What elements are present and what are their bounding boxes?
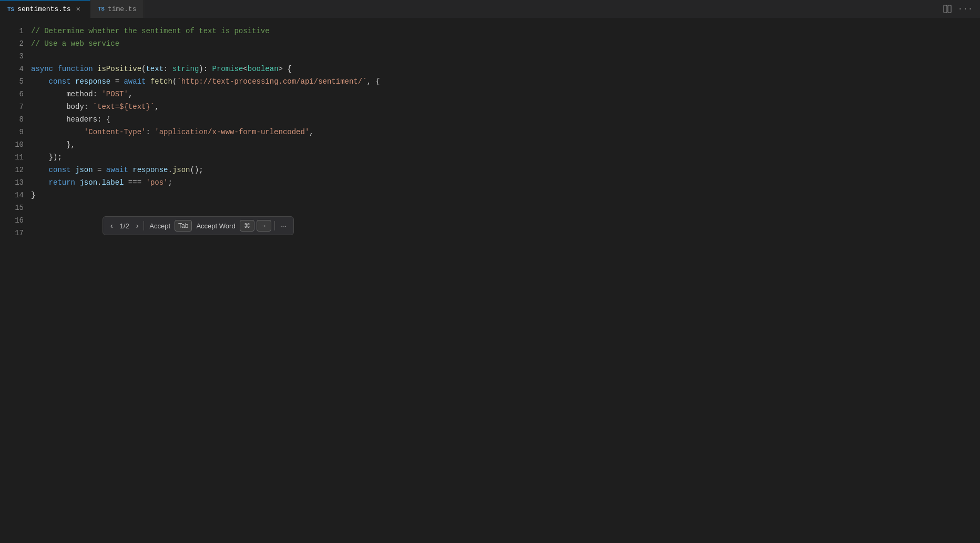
- line-number-1: 1: [0, 25, 24, 37]
- token: [71, 166, 75, 174]
- code-line-13: return json.label === 'pos';: [29, 176, 980, 189]
- token: [31, 90, 66, 98]
- svg-rect-0: [944, 5, 947, 13]
- token: ;: [168, 178, 172, 187]
- token: // Determine whether the sentiment of te…: [31, 27, 270, 35]
- tab-close-sentiments[interactable]: ×: [74, 5, 83, 14]
- token: `http://text-processing.com/api/sentimen…: [177, 77, 366, 86]
- tab-label-sentiments: sentiments.ts: [17, 5, 70, 13]
- copilot-toolbar: ‹ 1/2 › Accept Tab Accept Word ⌘ → ···: [103, 216, 294, 235]
- token: `text=${text}`: [93, 103, 155, 111]
- code-line-7: body: `text=${text}`,: [29, 100, 980, 113]
- token: Promise: [212, 65, 243, 73]
- token: body: [66, 103, 84, 111]
- token: json: [79, 178, 97, 187]
- token: [31, 103, 66, 111]
- more-actions-button[interactable]: ···: [959, 3, 972, 15]
- token: boolean: [248, 65, 279, 73]
- prev-suggestion-button[interactable]: ‹: [108, 220, 115, 231]
- code-line-2: // Use a web service: [29, 37, 980, 50]
- line-number-6: 6: [0, 88, 24, 100]
- accept-word-button[interactable]: Accept Word: [194, 221, 237, 231]
- suggestion-counter: 1/2: [117, 222, 132, 230]
- token: ,: [128, 90, 132, 98]
- token: [31, 77, 49, 86]
- line-number-3: 3: [0, 50, 24, 63]
- token: 'application/x-www-form-urlencoded': [155, 128, 309, 136]
- token: [93, 65, 97, 73]
- line-number-2: 2: [0, 37, 24, 50]
- token: }: [31, 191, 35, 199]
- token: });: [31, 153, 62, 162]
- token: :: [164, 65, 172, 73]
- code-line-3: [29, 50, 980, 63]
- token: 'POST': [101, 90, 128, 98]
- token: fetch: [150, 77, 172, 86]
- token: text: [146, 65, 164, 73]
- line-numbers: 1234567891011121314151617: [0, 18, 29, 543]
- code-line-10: },: [29, 138, 980, 151]
- token: await: [124, 77, 146, 86]
- cmd-key-badge: ⌘: [240, 220, 254, 232]
- token: await: [106, 166, 128, 174]
- tab-ts-badge-sentiments: TS: [7, 6, 14, 13]
- line-number-9: 9: [0, 126, 24, 138]
- token: ):: [199, 65, 212, 73]
- token: response: [75, 77, 110, 86]
- code-line-4: async function isPositive(text: string):…: [29, 63, 980, 75]
- code-line-15: [29, 202, 980, 214]
- code-area[interactable]: // Determine whether the sentiment of te…: [29, 18, 980, 543]
- token: json: [172, 166, 190, 174]
- tab-time[interactable]: TS time.ts: [90, 0, 145, 18]
- token: [31, 115, 66, 124]
- token: [31, 178, 49, 187]
- line-number-16: 16: [0, 214, 24, 227]
- token: [31, 166, 49, 174]
- code-line-9: 'Content-Type': 'application/x-www-form-…: [29, 126, 980, 138]
- token: ,: [309, 128, 313, 136]
- token: },: [31, 140, 75, 149]
- more-suggestions-button[interactable]: ···: [278, 220, 289, 231]
- tab-sentiments[interactable]: TS sentiments.ts ×: [0, 0, 90, 18]
- code-line-11: });: [29, 151, 980, 164]
- line-number-5: 5: [0, 75, 24, 88]
- arrow-key-badge: →: [257, 220, 271, 232]
- tab-bar: TS sentiments.ts × TS time.ts ···: [0, 0, 980, 18]
- code-line-14: }: [29, 189, 980, 202]
- token: .: [168, 166, 172, 174]
- token: ();: [190, 166, 203, 174]
- line-number-11: 11: [0, 151, 24, 164]
- token: > {: [279, 65, 292, 73]
- token: const: [49, 77, 71, 86]
- tab-key-badge: Tab: [175, 220, 192, 232]
- line-number-12: 12: [0, 164, 24, 176]
- editor: 1234567891011121314151617 // Determine w…: [0, 18, 980, 543]
- token: : {: [97, 115, 110, 124]
- line-number-4: 4: [0, 63, 24, 75]
- svg-rect-1: [948, 5, 951, 13]
- token: =: [93, 166, 106, 174]
- token: :: [93, 90, 102, 98]
- token: ===: [124, 178, 146, 187]
- line-number-8: 8: [0, 113, 24, 126]
- token: headers: [66, 115, 97, 124]
- next-suggestion-button[interactable]: ›: [134, 220, 141, 231]
- toolbar-separator-1: [144, 221, 144, 230]
- line-number-10: 10: [0, 138, 24, 151]
- line-number-15: 15: [0, 202, 24, 214]
- token: function: [57, 65, 93, 73]
- token: [71, 77, 75, 86]
- token: const: [49, 166, 71, 174]
- line-number-17: 17: [0, 227, 24, 239]
- token: label: [101, 178, 124, 187]
- tab-ts-badge-time: TS: [98, 6, 105, 12]
- accept-button[interactable]: Accept: [147, 221, 172, 231]
- token: , {: [367, 77, 380, 86]
- token: 'Content-Type': [84, 128, 146, 136]
- token: :: [84, 103, 93, 111]
- tab-bar-actions: ···: [941, 3, 980, 15]
- split-editor-button[interactable]: [941, 3, 954, 15]
- token: isPositive: [97, 65, 141, 73]
- line-number-13: 13: [0, 176, 24, 189]
- token: method: [66, 90, 93, 98]
